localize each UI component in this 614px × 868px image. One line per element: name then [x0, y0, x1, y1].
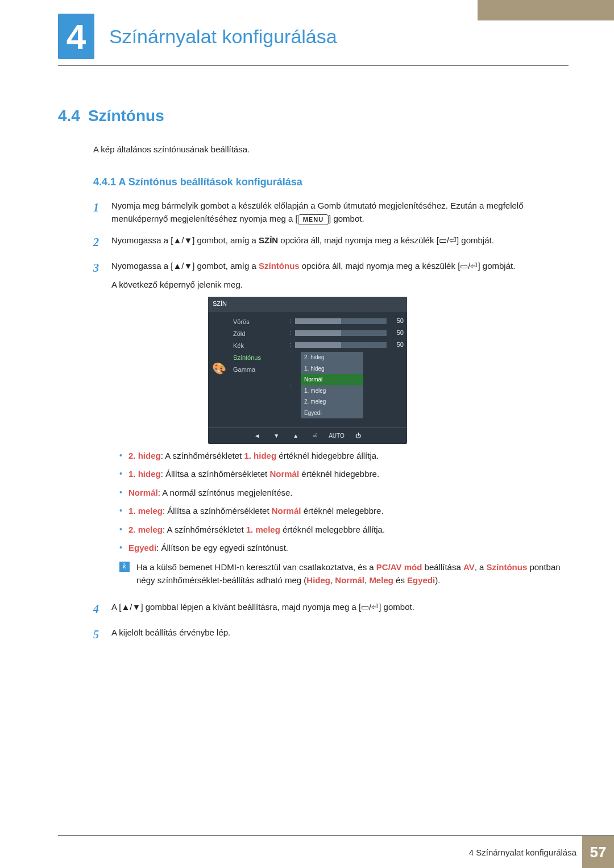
bullet-item: 1. meleg: Állítsa a színhőmérsékletet No… [119, 505, 563, 518]
step-followup: A következő képernyő jelenik meg. [111, 278, 563, 291]
up-down-icon: ▲/▼ [122, 602, 141, 612]
page-number: 57 [582, 836, 614, 868]
step-body: A [▲/▼] gombbal lépjen a kívánt beállítá… [111, 600, 563, 618]
bullet-item: Normál: A normál színtónus megjelenítése… [119, 487, 563, 500]
enter-icon: ▭/⏎ [439, 235, 457, 245]
enter-icon: ▭/⏎ [361, 602, 379, 612]
nav-auto-label: AUTO [329, 431, 345, 441]
step-5: 5 A kijelölt beállítás érvénybe lép. [93, 626, 563, 643]
note-text: Ha a külső bemenet HDMI-n keresztül van … [136, 560, 563, 587]
osd-row-label: Kék [230, 340, 287, 352]
nav-left-icon: ◄ [251, 431, 263, 441]
osd-nav-bar: ◄ ▼ ▲ ⏎ AUTO ⏻ [208, 427, 407, 442]
step-body: Nyomogassa a [▲/▼] gombot, amíg a SZÍN o… [111, 234, 563, 251]
osd-screenshot: SZÍN 🎨 Vörös Zöld Kék Színtónus Gamma :5… [208, 297, 407, 444]
step-body: Nyomja meg bármelyik gombot a készülék e… [111, 199, 563, 226]
step-number: 4 [93, 600, 103, 618]
note-block: k Ha a külső bemenet HDMI-n keresztül va… [119, 560, 563, 587]
osd-slider-row: :50 [290, 316, 404, 326]
option-name: SZÍN [259, 235, 278, 245]
osd-row-label: Zöld [230, 328, 287, 340]
page-footer: 4 Színárnyalat konfigurálása 57 [469, 836, 614, 868]
step-number: 5 [93, 626, 103, 643]
step-3: 3 Nyomogassa a [▲/▼] gombot, amíg a Szín… [93, 259, 563, 593]
step-number: 2 [93, 234, 103, 251]
up-down-icon: ▲/▼ [173, 261, 192, 271]
bullet-item: 1. hideg: Állítsa a színhőmérsékletet No… [119, 468, 563, 481]
osd-dropdown: 2. hideg 1. hideg Normál 1. meleg 2. mel… [301, 352, 363, 418]
palette-icon: 🎨 [208, 312, 230, 425]
option-name: Színtónus [259, 261, 300, 271]
subsection-number: 4.4.1 [93, 176, 116, 188]
osd-dropdown-row: : 2. hideg 1. hideg Normál 1. meleg 2. m… [290, 352, 404, 418]
enter-icon: ▭/⏎ [460, 261, 478, 271]
osd-option: 2. meleg [301, 396, 363, 408]
osd-value-column: :50 :50 :50 : 2. hideg 1. hideg Normál 1… [287, 312, 407, 425]
section-intro: A kép általános színtónusának beállítása… [93, 144, 250, 154]
osd-slider-row: :50 [290, 328, 404, 338]
osd-option: 1. hideg [301, 363, 363, 375]
header-accent-bar [478, 0, 614, 20]
chapter-number-badge: 4 [58, 14, 94, 59]
option-descriptions: 2. hideg: A színhőmérsékletet 1. hideg é… [119, 450, 563, 555]
bullet-item: Egyedi: Állítson be egy egyedi színtónus… [119, 542, 563, 555]
menu-button-chip: MENU [298, 214, 329, 225]
osd-option: 1. meleg [301, 385, 363, 397]
bullet-item: 2. meleg: A színhőmérsékletet 1. meleg é… [119, 524, 563, 537]
step-body: Nyomogassa a [▲/▼] gombot, amíg a Színtó… [111, 259, 563, 593]
nav-down-icon: ▼ [271, 431, 282, 441]
subsection-title: A Színtónus beállítások konfigurálása [118, 176, 302, 188]
subsection-heading: 4.4.1 A Színtónus beállítások konfigurál… [93, 176, 302, 188]
chapter-header: 4 Színárnyalat konfigurálása [58, 14, 337, 59]
note-icon: k [119, 562, 130, 572]
chapter-title: Színárnyalat konfigurálása [109, 26, 337, 48]
osd-slider-row: :50 [290, 340, 404, 350]
osd-label-column: Vörös Zöld Kék Színtónus Gamma [230, 312, 287, 425]
osd-row-label: Gamma [230, 364, 287, 376]
step-1: 1 Nyomja meg bármelyik gombot a készülék… [93, 199, 563, 226]
step-number: 1 [93, 199, 103, 226]
osd-row-label-active: Színtónus [230, 352, 287, 364]
step-2: 2 Nyomogassa a [▲/▼] gombot, amíg a SZÍN… [93, 234, 563, 251]
section-number: 4.4 [58, 107, 80, 125]
steps-list: 1 Nyomja meg bármelyik gombot a készülék… [93, 199, 563, 651]
section-heading: 4.4 Színtónus [58, 107, 164, 125]
osd-option: Egyedi [301, 408, 363, 419]
header-rule [58, 65, 569, 66]
section-title: Színtónus [88, 107, 164, 125]
footer-chapter-label: 4 Színárnyalat konfigurálása [469, 848, 582, 857]
step-body: A kijelölt beállítás érvénybe lép. [111, 626, 563, 643]
osd-title: SZÍN [208, 297, 407, 312]
nav-power-icon: ⏻ [352, 431, 364, 441]
bullet-item: 2. hideg: A színhőmérsékletet 1. hideg é… [119, 450, 563, 463]
osd-row-label: Vörös [230, 316, 287, 328]
step-4: 4 A [▲/▼] gombbal lépjen a kívánt beállí… [93, 600, 563, 618]
osd-option: 2. hideg [301, 352, 363, 363]
step-number: 3 [93, 259, 103, 593]
up-down-icon: ▲/▼ [173, 235, 192, 245]
nav-up-icon: ▲ [290, 431, 301, 441]
nav-enter-icon: ⏎ [309, 431, 321, 441]
osd-option-selected: Normál [301, 374, 363, 385]
